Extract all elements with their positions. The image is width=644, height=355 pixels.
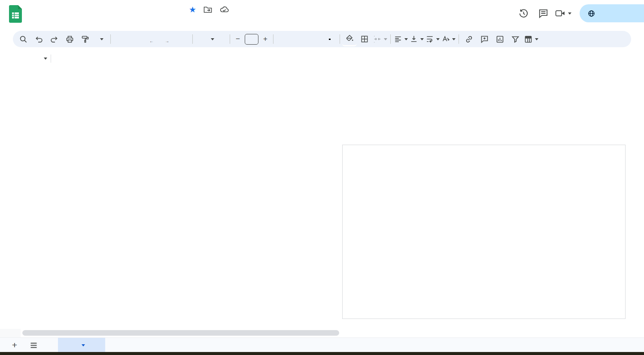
meet-video-icon[interactable] — [553, 5, 573, 22]
add-sheet-button[interactable]: + — [5, 338, 24, 352]
vertical-align-button[interactable] — [409, 33, 425, 46]
globe-icon — [587, 9, 595, 18]
format-currency-button[interactable] — [113, 33, 128, 46]
bold-button[interactable] — [276, 33, 291, 46]
format-percent-button[interactable] — [128, 33, 144, 46]
scroll-corner — [0, 329, 21, 337]
merge-cells-button — [372, 33, 388, 46]
move-folder-icon[interactable] — [203, 5, 213, 14]
text-wrap-button[interactable] — [425, 33, 440, 46]
horizontal-scrollbar[interactable] — [22, 330, 339, 336]
sheet-tab-feuille-1[interactable] — [58, 338, 105, 352]
insert-link-icon[interactable] — [461, 33, 477, 46]
paint-format-icon[interactable] — [77, 33, 93, 46]
italic-button[interactable] — [291, 33, 307, 46]
titlebar: ★ — [0, 0, 644, 29]
more-formats-button[interactable] — [175, 33, 190, 46]
share-button[interactable] — [580, 4, 644, 22]
text-rotation-button[interactable] — [440, 33, 456, 46]
borders-button[interactable] — [357, 33, 372, 46]
sheet-tab-bar: + — [0, 337, 644, 352]
increase-decimals-button[interactable]: → — [159, 33, 175, 46]
embedded-chart[interactable] — [342, 145, 626, 319]
insert-comment-icon[interactable] — [477, 33, 492, 46]
undo-icon[interactable] — [31, 33, 46, 46]
cloud-status-icon[interactable] — [219, 5, 229, 14]
search-icon[interactable] — [15, 33, 31, 46]
sheet-tab-caret-icon[interactable] — [82, 344, 85, 346]
name-box[interactable] — [6, 53, 48, 64]
insert-table-icon[interactable] — [523, 33, 539, 46]
text-color-button[interactable] — [322, 33, 337, 46]
scroll-strip — [0, 329, 644, 337]
filter-icon[interactable] — [507, 33, 523, 46]
decrease-decimals-button[interactable]: ← — [144, 33, 159, 46]
redo-icon[interactable] — [46, 33, 62, 46]
horizontal-align-button[interactable] — [393, 33, 409, 46]
version-history-icon[interactable] — [513, 5, 533, 22]
toolbar: ← → − + — [13, 31, 631, 47]
decrease-font-size-button[interactable]: − — [232, 33, 243, 46]
strikethrough-button[interactable] — [307, 33, 322, 46]
all-sheets-icon[interactable] — [24, 338, 43, 352]
font-select[interactable] — [195, 33, 228, 46]
comments-icon[interactable] — [533, 5, 553, 22]
desktop-edge — [0, 352, 644, 355]
chart-y-axis-title — [395, 93, 402, 205]
fill-color-button[interactable] — [342, 32, 357, 46]
zoom-select[interactable] — [93, 33, 108, 46]
formula-bar — [0, 51, 644, 67]
increase-font-size-button[interactable]: + — [260, 33, 271, 46]
insert-chart-icon[interactable] — [492, 33, 507, 46]
functions-button[interactable] — [539, 33, 555, 46]
print-icon[interactable] — [62, 33, 77, 46]
star-icon[interactable]: ★ — [189, 5, 196, 14]
font-size-input[interactable] — [245, 34, 258, 45]
google-sheets-logo — [9, 5, 22, 23]
meet-caret-icon[interactable] — [568, 12, 571, 15]
name-box-caret-icon[interactable] — [44, 58, 47, 60]
